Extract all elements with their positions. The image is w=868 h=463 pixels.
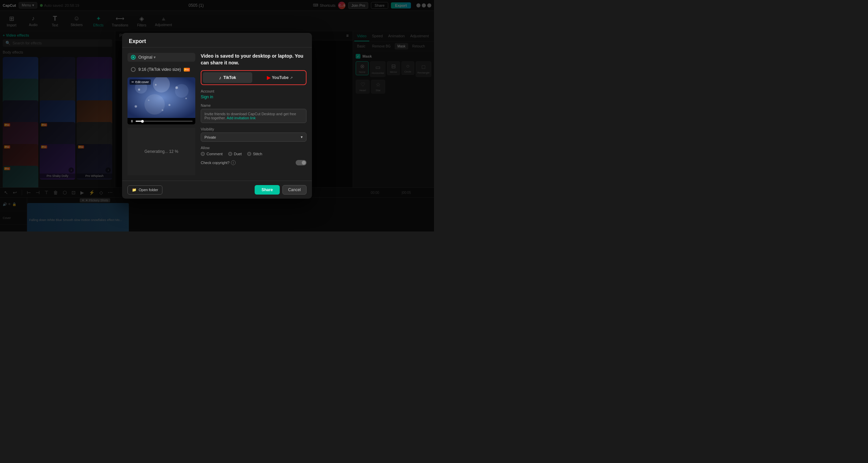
allow-section: Allow Comment Duet Stitch <box>201 146 307 156</box>
preview-image-area: ❄ ❄ ❄ ❄ ❄ ❄ ❄ ❄ ✏ Edit cover <box>127 77 195 118</box>
account-label: Account <box>201 89 307 93</box>
allow-options: Comment Duet Stitch <box>201 152 307 156</box>
format-916-label: 9:16 (TikTok video size) Pro <box>138 67 190 72</box>
open-folder-button[interactable]: 📁 Open folder <box>127 185 162 195</box>
svg-text:❄: ❄ <box>138 88 140 92</box>
edit-cover-button[interactable]: ✏ Edit cover <box>130 79 151 85</box>
preview-controls: ⏸ <box>127 118 195 124</box>
visibility-label: Visibility <box>201 127 307 131</box>
dialog-header: Export <box>122 33 312 47</box>
name-input[interactable]: Invite friends to download CapCut Deskto… <box>201 109 307 123</box>
allow-comment[interactable]: Comment <box>201 152 223 156</box>
youtube-icon: ▶ <box>267 75 271 80</box>
duet-checkbox <box>228 152 232 156</box>
allow-stitch[interactable]: Stitch <box>247 152 262 156</box>
format-916[interactable]: 9:16 (TikTok video size) Pro <box>127 65 195 74</box>
svg-text:❄: ❄ <box>148 99 150 101</box>
generating-area: Generating... 12 % <box>127 128 195 175</box>
dialog-title: Export <box>129 38 146 44</box>
comment-checkbox <box>201 152 205 156</box>
progress-dot <box>141 120 144 123</box>
footer-actions: Share Cancel <box>255 185 307 195</box>
tiktok-music-icon: ♪ <box>219 75 221 80</box>
format-original-label: Original ▾ <box>138 55 156 60</box>
youtube-button[interactable]: ▶ YouTube ↗ <box>255 72 304 83</box>
stitch-checkbox <box>247 152 251 156</box>
play-button[interactable]: ⏸ <box>130 119 134 123</box>
generating-text: Generating... 12 % <box>144 149 178 154</box>
dialog-left: Original ▾ 9:16 (TikTok video size) Pro <box>127 53 195 175</box>
pro-badge-916: Pro <box>184 68 190 72</box>
format-original[interactable]: Original ▾ <box>127 53 195 62</box>
cancel-dialog-button[interactable]: Cancel <box>282 185 307 195</box>
svg-text:❄: ❄ <box>161 109 164 112</box>
dialog-right: Video is saved to your desktop or laptop… <box>201 53 307 175</box>
chevron-down-icon: ▾ <box>301 135 303 139</box>
external-link-icon: ↗ <box>290 76 293 80</box>
name-section: Name Invite friends to download CapCut D… <box>201 103 307 123</box>
edit-icon: ✏ <box>132 80 134 84</box>
dropdown-arrow: ▾ <box>154 55 156 60</box>
sign-in-link[interactable]: Sign in <box>201 95 307 99</box>
success-message: Video is saved to your desktop or laptop… <box>201 53 307 66</box>
copyright-toggle[interactable] <box>296 160 307 165</box>
svg-text:❄: ❄ <box>155 83 157 86</box>
svg-text:❄: ❄ <box>185 97 187 100</box>
platform-buttons: ♪ TikTok ▶ YouTube ↗ <box>201 70 307 85</box>
svg-text:❄: ❄ <box>175 85 178 90</box>
copyright-label: Check copyright? i <box>201 160 236 165</box>
allow-label: Allow <box>201 146 307 150</box>
video-preview: ❄ ❄ ❄ ❄ ❄ ❄ ❄ ❄ ✏ Edit cover <box>127 77 195 124</box>
export-dialog: Export Original ▾ 9:16 (TikTok video siz… <box>122 33 312 199</box>
dialog-body: Original ▾ 9:16 (TikTok video size) Pro <box>122 47 312 181</box>
radio-916 <box>131 67 136 72</box>
folder-icon: 📁 <box>132 188 137 192</box>
tiktok-button[interactable]: ♪ TikTok <box>203 72 252 83</box>
progress-bar[interactable] <box>136 121 193 122</box>
copyright-row: Check copyright? i <box>201 160 307 165</box>
dialog-overlay: Export Original ▾ 9:16 (TikTok video siz… <box>0 0 434 232</box>
dialog-footer: 📁 Open folder Share Cancel <box>122 181 312 199</box>
svg-text:❄: ❄ <box>134 104 137 108</box>
name-label: Name <box>201 103 307 107</box>
allow-duet[interactable]: Duet <box>228 152 242 156</box>
account-section: Account Sign in <box>201 89 307 99</box>
radio-original <box>131 55 136 60</box>
visibility-select[interactable]: Private ▾ <box>201 133 307 142</box>
visibility-section: Visibility Private ▾ <box>201 127 307 142</box>
svg-text:❄: ❄ <box>168 103 171 107</box>
info-icon[interactable]: i <box>231 160 236 165</box>
add-invitation-link[interactable]: Add invitation link <box>226 116 256 120</box>
share-dialog-button[interactable]: Share <box>255 185 279 195</box>
